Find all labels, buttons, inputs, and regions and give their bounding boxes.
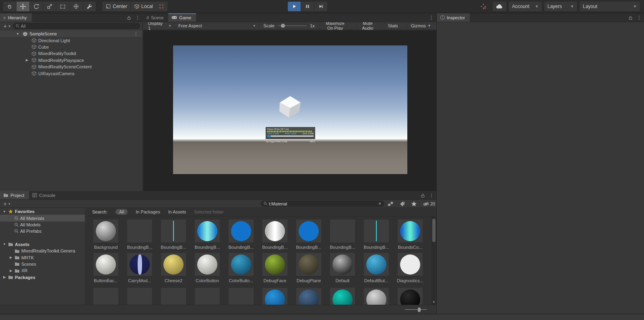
- game-menu-kebab[interactable]: ⋮: [429, 15, 434, 20]
- expand-arrow-icon[interactable]: ▶: [9, 269, 13, 273]
- transform-tool-button[interactable]: [70, 2, 83, 11]
- asset-folder-item[interactable]: ▶ XR: [0, 267, 85, 274]
- scene-menu-kebab[interactable]: ⋮: [134, 31, 138, 36]
- scale-slider[interactable]: [278, 25, 307, 26]
- search-scope-option[interactable]: All: [116, 209, 128, 215]
- packages-root[interactable]: ▶ Packages: [0, 274, 85, 281]
- hidden-packages-toggle[interactable]: 20: [423, 201, 435, 207]
- favorite-star-icon[interactable]: [411, 201, 417, 207]
- project-search-input[interactable]: t:Material ✕: [261, 201, 384, 207]
- game-toolbar-button[interactable]: Maximize On Play▼: [319, 22, 356, 29]
- project-menu-kebab[interactable]: ⋮: [429, 193, 434, 198]
- expand-arrow-icon[interactable]: ▶: [9, 256, 13, 259]
- material-item[interactable]: [157, 288, 190, 305]
- material-item[interactable]: Default: [326, 253, 359, 283]
- clear-search-icon[interactable]: ✕: [378, 201, 382, 206]
- collab-button[interactable]: [477, 2, 490, 11]
- search-by-type-icon[interactable]: [387, 201, 394, 207]
- search-scope-option[interactable]: In Packages: [136, 209, 160, 214]
- game-toolbar-button[interactable]: Gizmos▼: [407, 22, 435, 29]
- tab-project[interactable]: Project: [0, 191, 29, 199]
- hierarchy-item[interactable]: ▶ Cube: [0, 44, 142, 50]
- hierarchy-item[interactable]: ▶ MixedRealitySceneContent: [0, 64, 142, 70]
- scale-tool-button[interactable]: [43, 2, 56, 11]
- search-scope-option[interactable]: In Assets: [168, 209, 186, 214]
- inspector-menu-kebab[interactable]: ⋮: [637, 15, 642, 20]
- move-tool-button[interactable]: [17, 2, 29, 11]
- favorites-item[interactable]: All Materials: [0, 215, 85, 221]
- hierarchy-item[interactable]: ▶ MixedRealityToolkit: [0, 50, 142, 57]
- tab-inspector[interactable]: i Inspector: [437, 13, 470, 22]
- material-item[interactable]: [123, 288, 157, 305]
- thumbnail-size-slider[interactable]: [405, 309, 427, 310]
- material-item[interactable]: ColorButton: [190, 253, 224, 283]
- lock-icon[interactable]: [628, 16, 633, 20]
- tab-hierarchy[interactable]: ≡ Hierarchy: [0, 13, 32, 22]
- favorites-root[interactable]: ▼ Favorites: [0, 208, 85, 215]
- account-dropdown[interactable]: Account▼: [509, 2, 542, 11]
- tab-scene[interactable]: # Scene: [143, 13, 168, 22]
- material-item[interactable]: ColorButto...: [224, 253, 258, 283]
- pivot-toggle-button[interactable]: Center: [102, 2, 130, 11]
- hierarchy-menu-kebab[interactable]: ⋮: [135, 15, 140, 20]
- material-item[interactable]: BoundingB...: [292, 219, 326, 250]
- material-item[interactable]: [190, 288, 224, 305]
- favorites-item[interactable]: All Models: [0, 222, 85, 228]
- hierarchy-item[interactable]: ▶ UIRaycastCamera: [0, 70, 142, 76]
- display-dropdown[interactable]: Display 1▼: [145, 22, 175, 29]
- material-item[interactable]: Cheese2: [157, 253, 190, 283]
- material-item[interactable]: [393, 288, 427, 305]
- hierarchy-item[interactable]: ▶ Directional Light: [0, 37, 142, 43]
- scene-row[interactable]: ▼ SampleScene ⋮: [0, 31, 142, 37]
- create-asset-button[interactable]: ＋▾: [2, 200, 10, 207]
- material-item[interactable]: BoundingB...: [157, 219, 190, 250]
- play-button[interactable]: [288, 2, 301, 11]
- space-toggle-button[interactable]: Local: [131, 2, 156, 11]
- material-item[interactable]: DefaultBut...: [359, 253, 393, 283]
- hand-tool-button[interactable]: [3, 2, 16, 11]
- material-item[interactable]: [326, 288, 359, 305]
- lock-icon[interactable]: [127, 16, 131, 20]
- tab-game[interactable]: Game: [168, 13, 196, 22]
- material-item[interactable]: CarryMod...: [123, 253, 157, 283]
- material-item[interactable]: BoundingB...: [326, 219, 359, 250]
- lock-icon[interactable]: [421, 193, 425, 198]
- asset-folder-item[interactable]: ▶ MRTK: [0, 254, 85, 261]
- material-item[interactable]: BoundingB...: [123, 219, 157, 250]
- material-item[interactable]: BoundsCo...: [393, 219, 427, 250]
- game-toolbar-button[interactable]: Mute Audio▼: [356, 22, 384, 29]
- asset-folder-item[interactable]: ▶ MixedRealityToolkit.Genera: [0, 248, 85, 254]
- cloud-button[interactable]: [493, 2, 506, 11]
- hierarchy-search-input[interactable]: All: [13, 23, 140, 29]
- material-item[interactable]: [89, 288, 123, 305]
- material-item[interactable]: ButtonBac...: [89, 253, 123, 283]
- favorites-item[interactable]: All Prefabs: [0, 228, 85, 234]
- material-item[interactable]: [224, 288, 258, 305]
- material-item[interactable]: Background: [89, 219, 123, 250]
- rotate-tool-button[interactable]: [30, 2, 43, 11]
- material-item[interactable]: BoundingB...: [359, 219, 393, 250]
- material-item[interactable]: [258, 288, 292, 305]
- material-item[interactable]: [292, 288, 326, 305]
- aspect-dropdown[interactable]: Free Aspect▼: [175, 22, 260, 29]
- material-item[interactable]: DebugFace: [258, 253, 292, 283]
- game-toolbar-button[interactable]: Stats▼: [384, 22, 407, 29]
- asset-folder-item[interactable]: ▶ Scenes: [0, 261, 85, 267]
- material-item[interactable]: [359, 288, 393, 305]
- assets-root[interactable]: ▼ Assets: [0, 241, 85, 248]
- scroll-down-arrow[interactable]: ▼: [432, 300, 436, 304]
- scrollbar-thumb[interactable]: [432, 219, 436, 242]
- create-object-button[interactable]: ＋▾: [2, 23, 10, 30]
- thumbnail-size-thumb[interactable]: [418, 308, 421, 312]
- collapse-arrow[interactable]: ▼: [2, 210, 6, 213]
- hierarchy-item[interactable]: ▶ MixedRealityPlayspace: [0, 57, 142, 64]
- layers-dropdown[interactable]: Layers▼: [544, 2, 577, 11]
- collapse-arrow[interactable]: ▼: [2, 242, 6, 246]
- step-button[interactable]: [314, 2, 327, 11]
- layout-dropdown[interactable]: Layout▼: [580, 2, 640, 11]
- material-item[interactable]: BoundingB...: [224, 219, 258, 250]
- vertical-scrollbar[interactable]: ▼: [431, 216, 436, 305]
- expand-arrow-icon[interactable]: ▶: [2, 275, 6, 279]
- material-item[interactable]: BoundingB...: [190, 219, 224, 250]
- collapse-arrow[interactable]: ▼: [16, 32, 21, 36]
